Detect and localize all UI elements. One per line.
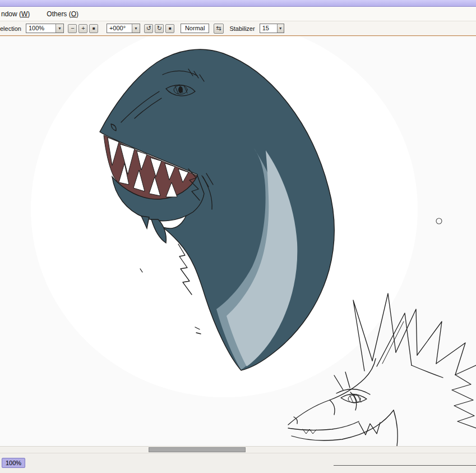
toolbar: election 100% ▼ − + ■ +000° ▼ ↺ ↻ ■ Norm… — [0, 21, 476, 35]
rotate-ccw-icon: ↺ — [146, 25, 151, 31]
zoom-in-button[interactable]: + — [78, 24, 87, 33]
minus-icon: − — [71, 25, 74, 31]
horizontal-scrollbar-thumb[interactable] — [149, 447, 246, 452]
plus-icon: + — [81, 25, 85, 31]
menubar: ndow (W) Others (O) — [0, 7, 476, 21]
selection-label: election — [0, 25, 21, 32]
zoom-dropdown-button[interactable]: ▼ — [56, 24, 63, 33]
flip-horizontal-button[interactable]: ⇆ — [214, 24, 224, 34]
stabilizer-label: Stabilizer — [229, 25, 255, 32]
rotate-cw-button[interactable]: ↻ — [155, 24, 164, 33]
rotation-dropdown-button[interactable]: ▼ — [132, 24, 140, 33]
square-icon: ■ — [169, 26, 172, 31]
statusbar: 100% — [0, 453, 476, 473]
window-titlebar[interactable] — [0, 0, 476, 7]
brush-cursor-circle — [436, 218, 442, 224]
chevron-down-icon: ▼ — [134, 26, 138, 30]
zoom-reset-button[interactable]: ■ — [89, 24, 98, 33]
rotate-ccw-button[interactable]: ↺ — [144, 24, 153, 33]
rotate-cw-icon: ↻ — [157, 25, 162, 31]
rotation-value: +000° — [107, 24, 132, 33]
rotation-reset-button[interactable]: ■ — [165, 24, 174, 33]
paint-application-window: ndow (W) Others (O) election 100% ▼ − + … — [0, 0, 476, 473]
menu-window[interactable]: ndow (W) — [0, 9, 31, 19]
statusbar-divider — [334, 465, 476, 466]
blend-mode-selector[interactable]: Normal — [181, 24, 209, 33]
chevron-down-icon: ▼ — [58, 26, 62, 30]
square-icon: ■ — [93, 26, 95, 31]
stabilizer-dropdown[interactable]: 15 ▼ — [260, 24, 284, 33]
stabilizer-dropdown-button[interactable]: ▼ — [277, 24, 284, 33]
zoom-dropdown[interactable]: 100% ▼ — [26, 24, 64, 33]
zoom-out-button[interactable]: − — [68, 24, 77, 33]
flip-horizontal-icon: ⇆ — [216, 25, 221, 31]
canvas-area[interactable] — [0, 35, 476, 446]
artwork-dinosaur-painting — [0, 35, 476, 446]
menu-others[interactable]: Others (O) — [45, 9, 80, 19]
rotation-dropdown[interactable]: +000° ▼ — [107, 24, 140, 33]
horizontal-scrollbar[interactable] — [0, 446, 476, 453]
chevron-down-icon: ▼ — [279, 26, 283, 30]
stabilizer-value: 15 — [260, 24, 277, 33]
zoom-value: 100% — [26, 24, 56, 33]
zoom-badge: 100% — [2, 458, 25, 468]
